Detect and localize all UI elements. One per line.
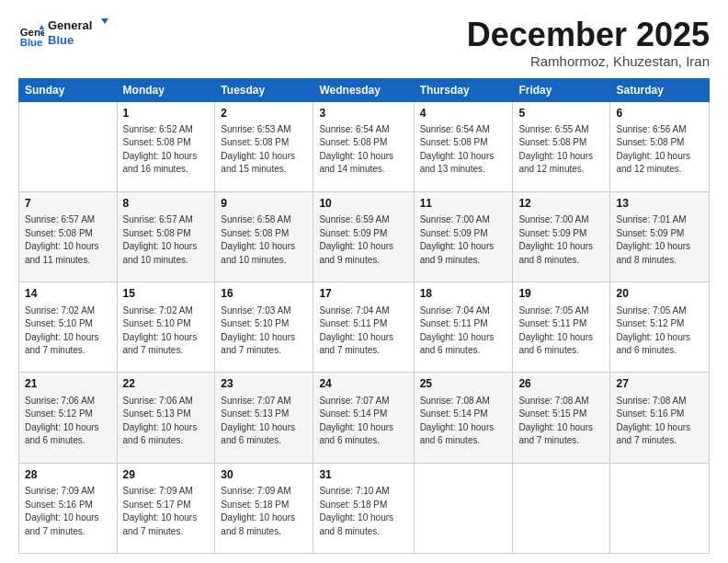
- calendar-cell: 6Sunrise: 6:56 AMSunset: 5:08 PMDaylight…: [610, 101, 710, 191]
- sunset-text: Sunset: 5:09 PM: [616, 228, 684, 238]
- sunset-text: Sunset: 5:10 PM: [25, 318, 93, 328]
- sunset-text: Sunset: 5:09 PM: [518, 228, 586, 238]
- daylight-text: Daylight: 10 hours and 14 minutes.: [319, 151, 393, 175]
- calendar-cell: 19Sunrise: 7:05 AMSunset: 5:11 PMDayligh…: [513, 282, 610, 373]
- day-number: 16: [221, 286, 307, 302]
- calendar-cell: 8Sunrise: 6:57 AMSunset: 5:08 PMDaylight…: [117, 191, 215, 282]
- calendar-cell: [513, 463, 610, 553]
- logo-svg: General Blue: [48, 17, 112, 52]
- sunrise-text: Sunrise: 7:10 AM: [319, 486, 389, 496]
- sunset-text: Sunset: 5:12 PM: [25, 408, 93, 419]
- sunset-text: Sunset: 5:08 PM: [123, 228, 191, 238]
- day-number: 21: [25, 376, 111, 392]
- sunset-text: Sunset: 5:08 PM: [221, 228, 289, 238]
- daylight-text: Daylight: 10 hours and 6 minutes.: [319, 422, 393, 446]
- daylight-text: Daylight: 10 hours and 9 minutes.: [420, 241, 495, 265]
- sunrise-text: Sunrise: 6:53 AM: [221, 124, 290, 134]
- daylight-text: Daylight: 10 hours and 6 minutes.: [518, 332, 593, 356]
- day-number: 25: [420, 376, 507, 392]
- daylight-text: Daylight: 10 hours and 7 minutes.: [123, 332, 198, 356]
- sunset-text: Sunset: 5:16 PM: [616, 408, 684, 419]
- location: Ramhormoz, Khuzestan, Iran: [467, 53, 710, 69]
- sunset-text: Sunset: 5:10 PM: [123, 318, 191, 328]
- calendar-cell: 10Sunrise: 6:59 AMSunset: 5:09 PMDayligh…: [313, 191, 414, 282]
- day-number: 27: [616, 376, 703, 392]
- calendar-cell: 14Sunrise: 7:02 AMSunset: 5:10 PMDayligh…: [19, 282, 118, 373]
- sunrise-text: Sunrise: 6:59 AM: [319, 214, 389, 224]
- sunrise-text: Sunrise: 7:08 AM: [420, 396, 490, 406]
- day-number: 15: [123, 286, 210, 302]
- daylight-text: Daylight: 10 hours and 12 minutes.: [518, 151, 593, 175]
- calendar-cell: 30Sunrise: 7:09 AMSunset: 5:18 PMDayligh…: [215, 463, 313, 553]
- sunset-text: Sunset: 5:18 PM: [319, 500, 387, 510]
- calendar-cell: 2Sunrise: 6:53 AMSunset: 5:08 PMDaylight…: [215, 101, 313, 191]
- day-number: 23: [221, 376, 307, 392]
- calendar-week-5: 28Sunrise: 7:09 AMSunset: 5:16 PMDayligh…: [19, 463, 710, 553]
- sunrise-text: Sunrise: 6:58 AM: [221, 214, 290, 224]
- daylight-text: Daylight: 10 hours and 6 minutes.: [420, 332, 495, 356]
- calendar-cell: [414, 463, 513, 553]
- sunrise-text: Sunrise: 7:09 AM: [123, 486, 193, 496]
- day-number: 8: [123, 196, 210, 212]
- day-number: 19: [518, 286, 604, 302]
- calendar-week-4: 21Sunrise: 7:06 AMSunset: 5:12 PMDayligh…: [19, 373, 710, 463]
- sunset-text: Sunset: 5:17 PM: [123, 500, 191, 510]
- day-number: 17: [319, 286, 407, 302]
- svg-text:General: General: [48, 18, 92, 32]
- day-number: 18: [420, 286, 507, 302]
- sunset-text: Sunset: 5:16 PM: [25, 500, 93, 510]
- calendar-page: General Blue General Blue December 2025 …: [0, 0, 728, 563]
- sunrise-text: Sunrise: 6:56 AM: [616, 124, 686, 134]
- daylight-text: Daylight: 10 hours and 6 minutes.: [616, 332, 690, 356]
- sunrise-text: Sunrise: 6:52 AM: [123, 124, 193, 134]
- calendar-cell: 11Sunrise: 7:00 AMSunset: 5:09 PMDayligh…: [414, 191, 513, 282]
- sunrise-text: Sunrise: 7:00 AM: [518, 214, 588, 224]
- day-number: 30: [221, 467, 307, 483]
- col-sunday: Sunday: [19, 78, 118, 101]
- calendar-week-2: 7Sunrise: 6:57 AMSunset: 5:08 PMDaylight…: [19, 191, 710, 282]
- daylight-text: Daylight: 10 hours and 7 minutes.: [319, 332, 393, 356]
- sunset-text: Sunset: 5:12 PM: [616, 318, 684, 328]
- sunrise-text: Sunrise: 6:57 AM: [123, 214, 193, 224]
- sunset-text: Sunset: 5:10 PM: [221, 318, 289, 328]
- title-block: December 2025 Ramhormoz, Khuzestan, Iran: [467, 17, 710, 69]
- calendar-cell: 4Sunrise: 6:54 AMSunset: 5:08 PMDaylight…: [414, 101, 513, 191]
- calendar-cell: 24Sunrise: 7:07 AMSunset: 5:14 PMDayligh…: [313, 373, 414, 463]
- sunrise-text: Sunrise: 6:54 AM: [420, 124, 490, 134]
- svg-text:Blue: Blue: [48, 33, 74, 47]
- day-number: 31: [319, 467, 407, 483]
- sunrise-text: Sunrise: 7:02 AM: [123, 305, 193, 316]
- col-wednesday: Wednesday: [313, 78, 414, 101]
- sunset-text: Sunset: 5:15 PM: [518, 408, 586, 419]
- day-number: 14: [25, 286, 111, 302]
- daylight-text: Daylight: 10 hours and 7 minutes.: [25, 332, 99, 356]
- header: General Blue General Blue December 2025 …: [18, 17, 710, 69]
- sunrise-text: Sunrise: 7:08 AM: [518, 396, 588, 406]
- daylight-text: Daylight: 10 hours and 7 minutes.: [25, 512, 99, 536]
- calendar-cell: 15Sunrise: 7:02 AMSunset: 5:10 PMDayligh…: [117, 282, 215, 373]
- calendar-cell: 13Sunrise: 7:01 AMSunset: 5:09 PMDayligh…: [610, 191, 710, 282]
- day-number: 22: [123, 376, 210, 392]
- sunrise-text: Sunrise: 7:04 AM: [420, 305, 490, 316]
- col-thursday: Thursday: [414, 78, 513, 101]
- daylight-text: Daylight: 10 hours and 8 minutes.: [319, 512, 393, 536]
- day-number: 28: [25, 467, 111, 483]
- sunrise-text: Sunrise: 7:09 AM: [25, 486, 95, 496]
- calendar-cell: 22Sunrise: 7:06 AMSunset: 5:13 PMDayligh…: [117, 373, 215, 463]
- daylight-text: Daylight: 10 hours and 11 minutes.: [25, 241, 99, 265]
- day-number: 3: [319, 106, 407, 121]
- calendar-table: Sunday Monday Tuesday Wednesday Thursday…: [18, 78, 710, 554]
- calendar-cell: 16Sunrise: 7:03 AMSunset: 5:10 PMDayligh…: [215, 282, 313, 373]
- sunrise-text: Sunrise: 7:05 AM: [518, 305, 588, 316]
- daylight-text: Daylight: 10 hours and 13 minutes.: [420, 151, 495, 175]
- sunrise-text: Sunrise: 7:09 AM: [221, 486, 290, 496]
- calendar-cell: 29Sunrise: 7:09 AMSunset: 5:17 PMDayligh…: [117, 463, 215, 553]
- sunset-text: Sunset: 5:08 PM: [420, 137, 488, 147]
- calendar-cell: 7Sunrise: 6:57 AMSunset: 5:08 PMDaylight…: [19, 191, 118, 282]
- svg-text:Blue: Blue: [20, 37, 43, 48]
- sunrise-text: Sunrise: 6:55 AM: [518, 124, 588, 134]
- sunset-text: Sunset: 5:11 PM: [518, 318, 586, 328]
- daylight-text: Daylight: 10 hours and 6 minutes.: [221, 422, 295, 446]
- col-monday: Monday: [117, 78, 215, 101]
- col-saturday: Saturday: [610, 78, 710, 101]
